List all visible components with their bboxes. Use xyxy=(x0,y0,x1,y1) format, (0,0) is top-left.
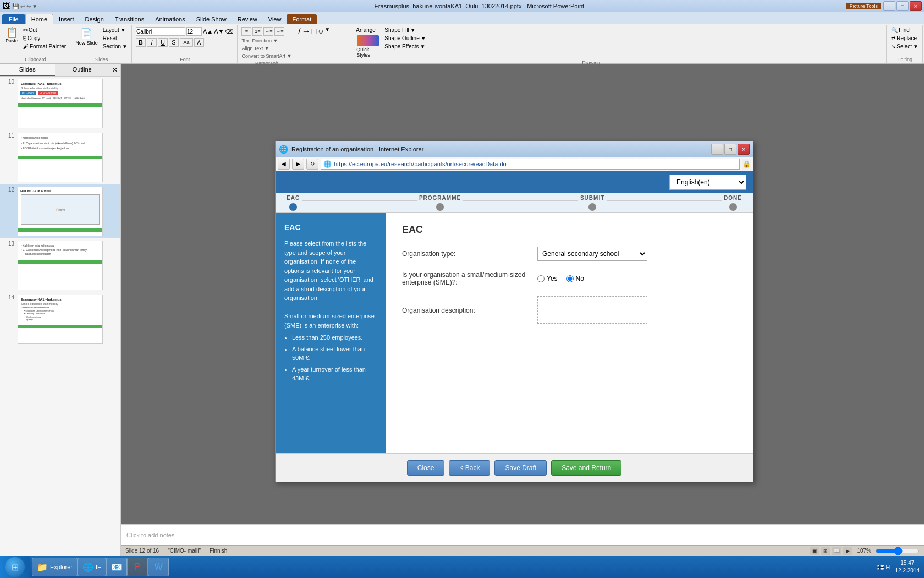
slideshow-btn[interactable]: ▶ xyxy=(843,547,853,555)
outlook-icon: 📧 xyxy=(111,561,122,572)
sme-no-radio[interactable] xyxy=(566,275,574,282)
increase-indent-btn[interactable]: →≡ xyxy=(274,27,284,36)
tab-design[interactable]: Design xyxy=(80,14,109,24)
close-button[interactable]: Close xyxy=(407,460,445,476)
font-color-btn[interactable]: A xyxy=(194,38,204,47)
shape-arrow[interactable]: → xyxy=(302,26,311,36)
shape-line[interactable]: / xyxy=(298,26,300,36)
shadow-btn[interactable]: Aa xyxy=(180,38,193,47)
format-painter-btn[interactable]: 🖌 Format Painter xyxy=(21,43,68,50)
new-slide-icon: 📄 xyxy=(80,28,92,40)
shape-more[interactable]: ▼ xyxy=(324,26,330,36)
shape-circle[interactable]: ○ xyxy=(318,26,323,36)
save-draft-button[interactable]: Save Draft xyxy=(494,460,547,476)
slide-thumb-10[interactable]: 10 Erasmus+ KA1 –hakemus School educatio… xyxy=(0,77,120,130)
tab-animations[interactable]: Animations xyxy=(150,14,190,24)
ie-maximize-btn[interactable]: □ xyxy=(724,144,736,155)
org-desc-textarea[interactable] xyxy=(537,296,647,324)
tab-slides-panel[interactable]: Slides xyxy=(0,64,55,76)
ie-header: English(en) Finnish Swedish xyxy=(276,171,753,193)
tab-outline-panel[interactable]: Outline xyxy=(55,64,110,76)
ie-back-nav-btn[interactable]: ◀ xyxy=(278,159,290,170)
italic-btn[interactable]: I xyxy=(147,38,157,47)
notes-area[interactable]: Click to add notes xyxy=(121,524,924,545)
shape-effects-btn[interactable]: Shape Effects ▼ xyxy=(383,43,427,50)
sme-yes-radio[interactable] xyxy=(537,275,544,282)
taskbar-explorer-btn[interactable]: 📁 Explorer xyxy=(32,558,78,576)
sme-yes-option[interactable]: Yes xyxy=(537,275,558,282)
section-label: Section xyxy=(103,43,121,50)
ie-address-bar[interactable]: 🌐 https://ec.europa.eu/research/particip… xyxy=(321,159,740,170)
tab-review[interactable]: Review xyxy=(232,14,263,24)
bullet-list-btn[interactable]: ≡ xyxy=(241,27,251,36)
minimize-btn[interactable]: _ xyxy=(883,1,895,11)
language-status: Finnish xyxy=(210,548,227,554)
language-select[interactable]: English(en) Finnish Swedish xyxy=(669,175,746,190)
shape-rect[interactable]: □ xyxy=(312,26,317,36)
font-decrease-icon[interactable]: A▼ xyxy=(214,28,224,35)
cut-btn[interactable]: ✂ Cut xyxy=(21,26,68,34)
close-btn[interactable]: ✕ xyxy=(910,1,922,11)
clear-format-icon[interactable]: ⌫ xyxy=(225,28,234,35)
find-btn[interactable]: 🔍 Find xyxy=(889,26,920,34)
reset-btn[interactable]: Reset xyxy=(101,35,129,42)
arrange-btn[interactable]: Arrange xyxy=(354,26,382,34)
paste-btn[interactable]: 📋 Paste xyxy=(3,26,20,45)
org-type-select[interactable]: General secondary school xyxy=(537,247,647,261)
progress-steps: EAC PROGRAMME SUBMIT DONE xyxy=(287,195,742,211)
maximize-btn[interactable]: □ xyxy=(897,1,909,11)
quick-styles-btn[interactable]: Quick Styles xyxy=(354,34,382,59)
copy-label: Copy xyxy=(28,35,40,41)
paste-icon: 📋 xyxy=(6,28,18,37)
layout-btn[interactable]: Layout ▼ xyxy=(101,26,129,34)
save-return-button[interactable]: Save and Return xyxy=(551,460,622,476)
ie-close-btn[interactable]: ✕ xyxy=(738,144,750,155)
font-name-input[interactable] xyxy=(136,27,185,36)
ie-forward-nav-btn[interactable]: ▶ xyxy=(292,159,304,170)
bold-btn[interactable]: B xyxy=(136,38,146,47)
slides-close-btn[interactable]: ✕ xyxy=(109,64,120,76)
tab-insert[interactable]: Insert xyxy=(53,14,80,24)
taskbar-clock[interactable]: 15:47 12.2.2014 xyxy=(895,559,920,575)
select-btn[interactable]: ↘ Select ▼ xyxy=(889,43,920,50)
taskbar-word-btn[interactable]: W xyxy=(148,558,169,576)
section-btn[interactable]: Section ▼ xyxy=(101,43,129,50)
tab-format[interactable]: Format xyxy=(287,14,317,24)
start-button[interactable]: ⊞ xyxy=(0,556,30,578)
tab-transitions[interactable]: Transitions xyxy=(109,14,150,24)
font-increase-icon[interactable]: A▲ xyxy=(203,28,213,35)
zoom-slider[interactable] xyxy=(876,547,920,555)
normal-view-btn[interactable]: ▣ xyxy=(810,547,820,555)
back-button[interactable]: < Back xyxy=(449,460,490,476)
shape-fill-btn[interactable]: Shape Fill ▼ xyxy=(383,26,427,34)
shape-outline-btn[interactable]: Shape Outline ▼ xyxy=(383,35,427,42)
tab-file[interactable]: File xyxy=(2,14,25,24)
sme-no-option[interactable]: No xyxy=(566,275,584,282)
decrease-indent-btn[interactable]: ←≡ xyxy=(263,27,273,36)
taskbar-outlook-btn[interactable]: 📧 xyxy=(106,558,127,576)
taskbar-powerpoint-btn[interactable]: P xyxy=(127,558,148,576)
replace-btn[interactable]: ⇄ Replace xyxy=(889,35,920,42)
slide-thumb-14[interactable]: 14 Erasmus+ KA1 –hakemus School educatio… xyxy=(0,292,120,346)
slide-preview-14: Erasmus+ KA1 –hakemus School education s… xyxy=(18,295,103,344)
tab-slideshow[interactable]: Slide Show xyxy=(191,14,232,24)
slide-thumb-13[interactable]: 13 • Kaikkean asia hakemusta • E. Europe… xyxy=(0,238,120,292)
number-list-btn[interactable]: 1≡ xyxy=(252,27,262,36)
font-size-input[interactable] xyxy=(186,27,202,36)
tab-home[interactable]: Home xyxy=(25,14,53,24)
slide-sorter-btn[interactable]: ⊞ xyxy=(821,547,831,555)
slide-thumb-11[interactable]: 11 • Haettu hankkeeseen • E. Organisaati… xyxy=(0,130,120,184)
slide-num-13: 13 xyxy=(4,241,14,247)
form-footer: Close < Back Save Draft Save and Return xyxy=(276,453,753,482)
window-title: Erasmusplus_hakuneuvontaKA1_Oulu_1302201… xyxy=(112,3,846,9)
reading-view-btn[interactable]: 📖 xyxy=(832,547,842,555)
ie-minimize-btn[interactable]: _ xyxy=(711,144,723,155)
copy-btn[interactable]: ⎘ Copy xyxy=(21,35,68,42)
slide-thumb-12[interactable]: 12 HUOMI JATKA vielä 📋 form xyxy=(0,184,120,238)
strikethrough-btn[interactable]: S xyxy=(169,38,179,47)
tab-view[interactable]: View xyxy=(263,14,287,24)
taskbar-ie-btn[interactable]: 🌐 IE xyxy=(78,558,106,576)
ie-refresh-btn[interactable]: ↻ xyxy=(306,159,318,170)
new-slide-btn[interactable]: 📄 New Slide xyxy=(73,26,100,47)
underline-btn[interactable]: U xyxy=(158,38,168,47)
